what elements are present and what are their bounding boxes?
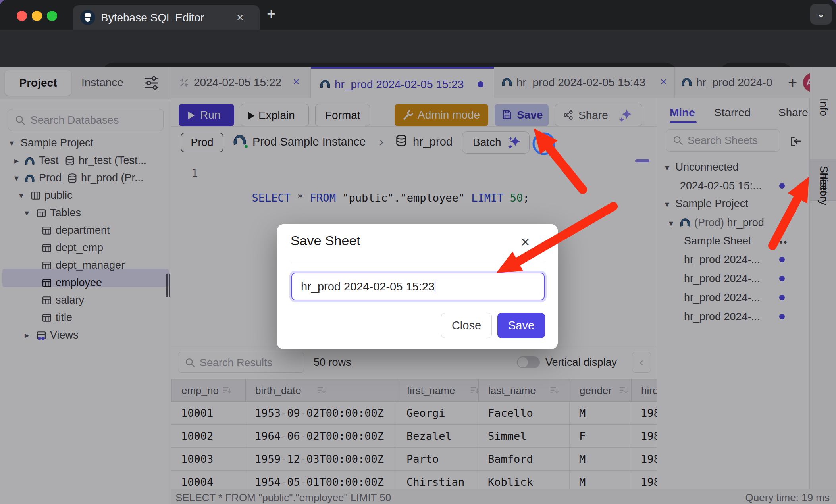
new-tab-button[interactable]: + — [267, 6, 275, 23]
sheet-name-input[interactable]: hr_prod 2024-02-05 15:23 — [291, 273, 545, 300]
browser-toolbar: ← → i localhost:8080/sql-editor/prod-sam… — [0, 30, 836, 67]
browser-tab-strip: Bytebase SQL Editor × + ⌄ — [0, 0, 836, 30]
close-button[interactable]: Close — [441, 313, 492, 338]
screen: Bytebase SQL Editor × + ⌄ ← → i localhos… — [0, 0, 836, 504]
save-sheet-dialog: Save Sheet × hr_prod 2024-02-05 15:23 Cl… — [277, 224, 558, 349]
close-window-button[interactable] — [17, 11, 27, 21]
bytebase-favicon — [80, 10, 95, 25]
maximize-window-button[interactable] — [47, 11, 57, 21]
close-icon[interactable]: × — [521, 234, 530, 251]
dialog-divider — [291, 262, 545, 262]
minimize-window-button[interactable] — [32, 11, 42, 21]
sheet-name-value: hr_prod 2024-02-05 15:23 — [301, 280, 435, 293]
dialog-title: Save Sheet — [291, 233, 360, 248]
text-cursor — [435, 280, 436, 293]
close-tab-icon[interactable]: × — [237, 11, 244, 24]
save-sheet-button[interactable]: Save — [497, 313, 545, 338]
tab-search-button[interactable]: ⌄ — [810, 4, 832, 25]
browser-tab[interactable]: Bytebase SQL Editor × — [73, 5, 260, 30]
browser-tab-title: Bytebase SQL Editor — [101, 12, 204, 24]
